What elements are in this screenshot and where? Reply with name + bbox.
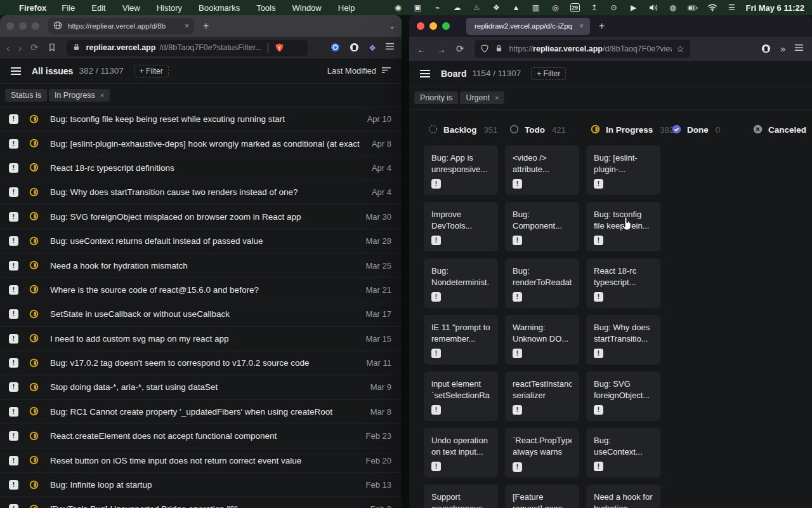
close-window-button[interactable]: [417, 22, 424, 30]
board-card[interactable]: Bug: renderToReadab!: [505, 258, 579, 308]
menubar-menu-help[interactable]: Help: [338, 3, 355, 13]
board-card[interactable]: IE 11 "prompt to remember...!: [424, 315, 498, 364]
in-progress-status-icon[interactable]: [29, 358, 39, 368]
in-progress-status-icon[interactable]: [29, 284, 39, 295]
right-new-tab-button[interactable]: +: [599, 20, 605, 32]
menubar-menu-history[interactable]: History: [157, 3, 182, 13]
tracking-shield-icon[interactable]: [480, 44, 490, 54]
zoom-window-button[interactable]: [32, 22, 39, 30]
urgent-priority-icon[interactable]: !: [594, 179, 603, 189]
issue-row[interactable]: !Bug: SVG foreignObject misplaced on bro…: [0, 205, 402, 229]
urgent-priority-icon[interactable]: !: [594, 405, 603, 415]
urgent-priority-icon[interactable]: !: [513, 179, 522, 189]
urgent-priority-icon[interactable]: !: [9, 187, 18, 197]
urgent-priority-icon[interactable]: !: [9, 431, 18, 441]
urgent-priority-icon[interactable]: !: [431, 292, 441, 302]
issue-row[interactable]: !Bug: Infinite loop at startupFeb 13: [0, 473, 402, 497]
github-account-icon[interactable]: [761, 44, 771, 54]
filter-value-chip[interactable]: Urgent ×: [460, 91, 504, 104]
urgent-priority-icon[interactable]: !: [9, 236, 18, 246]
urgent-priority-icon[interactable]: !: [594, 349, 603, 358]
board-card[interactable]: Bug: [eslint- plugin-...!: [586, 145, 660, 195]
board-card[interactable]: [Feature request] expo...!: [505, 485, 579, 508]
board-card[interactable]: Undo operation on text input...!: [424, 428, 498, 478]
board-card[interactable]: input element `setSelectionRa!: [424, 371, 498, 421]
add-filter-button[interactable]: + Filter: [134, 65, 169, 77]
left-forward-button[interactable]: ›: [18, 43, 22, 53]
board-card[interactable]: Bug: useContext...!: [586, 428, 660, 478]
issue-row[interactable]: !Bug: useContext returns default instead…: [0, 229, 402, 253]
issue-row[interactable]: !Bug: Why does startTransition cause two…: [0, 180, 402, 204]
right-browser-tab[interactable]: replidraw2.vercel.app/d/c-iZpq ×: [466, 18, 590, 35]
board-card[interactable]: Bug: Nondeterminist.!: [424, 258, 498, 308]
issue-row[interactable]: !React.createElement does not accept fun…: [0, 424, 402, 448]
dropbox-icon[interactable]: ❖: [492, 3, 502, 12]
right-tab-close-icon[interactable]: ×: [579, 22, 584, 30]
in-progress-status-icon[interactable]: [29, 236, 39, 246]
board-card[interactable]: Bug: Why does startTransitio...!: [586, 315, 660, 364]
urgent-priority-icon[interactable]: !: [9, 358, 18, 368]
board-card[interactable]: Support asynchronous...!: [424, 485, 498, 508]
left-menu-hamburger-icon[interactable]: [385, 43, 395, 53]
urgent-priority-icon[interactable]: !: [9, 285, 18, 295]
remove-filter-icon[interactable]: ×: [495, 94, 499, 102]
extensions-puzzle-icon[interactable]: ❖: [369, 43, 376, 53]
in-progress-status-icon[interactable]: [29, 504, 39, 508]
filter-field-chip[interactable]: Status is: [5, 89, 47, 102]
urgent-priority-icon[interactable]: !: [513, 349, 522, 358]
volume-icon[interactable]: [648, 4, 658, 11]
remove-filter-icon[interactable]: ×: [100, 91, 104, 99]
issue-row[interactable]: !SetState in useCallback or without useC…: [0, 302, 402, 326]
left-url-bar[interactable]: repliear.vercel.app /d/8bTaoq7F0e?status…: [67, 40, 308, 56]
zoom-window-button[interactable]: [442, 22, 450, 30]
in-progress-status-icon[interactable]: [29, 260, 39, 271]
toggles-icon[interactable]: ☰: [727, 3, 737, 12]
minimize-window-button[interactable]: [429, 22, 437, 30]
columns-icon[interactable]: ▥: [531, 3, 541, 12]
play-icon[interactable]: ▶: [629, 3, 639, 12]
sidebar-menu-icon[interactable]: [419, 69, 431, 78]
calendar-icon[interactable]: 29: [570, 3, 580, 12]
menubar-menu-edit[interactable]: Edit: [91, 3, 105, 13]
assistant-icon[interactable]: ◍: [668, 3, 678, 12]
urgent-priority-icon[interactable]: !: [513, 405, 522, 415]
board-card[interactable]: Improve DevTools...!: [424, 202, 498, 251]
urgent-priority-icon[interactable]: !: [513, 292, 522, 302]
in-progress-status-icon[interactable]: [29, 406, 39, 417]
triangle-app-icon[interactable]: ▲: [511, 3, 521, 12]
board-card[interactable]: Warning: Unknown DO...!: [505, 315, 579, 364]
filter-value-chip[interactable]: In Progress ×: [49, 89, 110, 102]
record-icon[interactable]: ◉: [393, 3, 403, 12]
urgent-priority-icon[interactable]: !: [431, 179, 441, 189]
menubar-menu-bookmarks[interactable]: Bookmarks: [199, 3, 240, 13]
screen-capture-icon[interactable]: ▣: [413, 3, 423, 12]
urgent-priority-icon[interactable]: !: [594, 462, 603, 471]
right-reload-button[interactable]: ⟳: [456, 43, 464, 55]
in-progress-status-icon[interactable]: [29, 114, 39, 124]
right-forward-button[interactable]: →: [436, 44, 446, 55]
right-menu-hamburger-icon[interactable]: [794, 44, 804, 54]
menubar-app-name[interactable]: Firefox: [19, 3, 46, 13]
urgent-priority-icon[interactable]: !: [9, 163, 18, 173]
urgent-priority-icon[interactable]: !: [9, 456, 18, 465]
issue-row[interactable]: !Stop doing data-*, aria-*, start using …: [0, 375, 402, 399]
close-window-button[interactable]: [6, 22, 14, 30]
urgent-priority-icon[interactable]: !: [431, 349, 441, 358]
issue-row[interactable]: !Need a hook for hydration mismatchMar 2…: [0, 253, 402, 277]
in-progress-status-icon[interactable]: [29, 211, 39, 222]
sort-icon[interactable]: [381, 66, 391, 76]
in-progress-status-icon[interactable]: [29, 480, 39, 490]
urgent-priority-icon[interactable]: !: [594, 236, 603, 245]
in-progress-status-icon[interactable]: [29, 138, 39, 149]
urgent-priority-icon[interactable]: !: [9, 139, 18, 149]
sort-label[interactable]: Last Modified: [327, 66, 376, 76]
in-progress-status-icon[interactable]: [29, 309, 39, 319]
urgent-priority-icon[interactable]: !: [9, 212, 18, 222]
issue-row[interactable]: !Bug: tsconfig file keep being reset whi…: [0, 107, 402, 131]
board-card[interactable]: Bug: App is unresponsive...!: [424, 145, 498, 195]
board-card[interactable]: `React.PropType always warns ab!: [505, 428, 579, 478]
board-card[interactable]: reactTestInstanc serializer!: [505, 371, 579, 421]
left-new-tab-button[interactable]: +: [203, 20, 209, 32]
board-card[interactable]: Bug: tsconfig file keep bein...!: [586, 202, 660, 251]
urgent-priority-icon[interactable]: !: [9, 309, 18, 319]
